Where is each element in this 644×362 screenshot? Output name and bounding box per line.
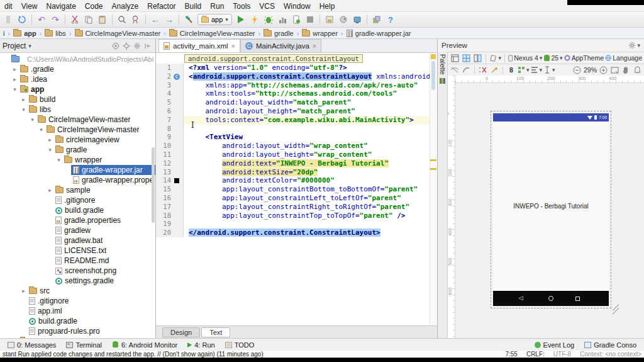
tree-item-circleimageview-master[interactable]: ▾CircleImageView-master [0, 125, 155, 135]
breadcrumb-item-gradle-wrapper-jar[interactable]: gradle-wrapper.jar [345, 30, 413, 37]
instant-run-icon[interactable] [248, 13, 261, 26]
tree-item-gradlew-bat[interactable]: gradlew.bat [0, 235, 155, 246]
pack-icon[interactable]: ▾ [518, 65, 530, 75]
editor-gutter[interactable]: 6 [156, 107, 184, 116]
warning-mark[interactable] [430, 168, 436, 170]
code-line-8[interactable]: 8 [156, 125, 437, 133]
tree-expand-icon[interactable]: ▸ [47, 137, 53, 143]
settings-gear-icon[interactable] [131, 41, 142, 51]
redo-icon[interactable]: ↷ [49, 13, 62, 26]
warning-mark[interactable] [430, 159, 436, 161]
project-scrollbar[interactable] [152, 147, 155, 223]
tree-collapse-icon[interactable]: ▾ [11, 86, 18, 93]
tree-item-gitignore[interactable]: .gitignore [0, 296, 155, 306]
coverage-icon[interactable] [323, 13, 336, 26]
zoom-in-icon[interactable] [598, 65, 608, 75]
design-canvas[interactable]: 0100200300400 0100200300400500600 7:00 I… [448, 76, 644, 338]
run-configuration-select[interactable]: app ▾ [197, 14, 232, 25]
tree-item-license-txt[interactable]: LICENSE.txt [0, 246, 155, 256]
code-text[interactable]: android:layout_height="wrap_content" [184, 150, 437, 159]
tree-item-circleimageview[interactable]: ▸circleimageview [0, 135, 155, 145]
code-line-13[interactable]: 13 android:textSize="20dp" [156, 168, 437, 177]
editor-gutter[interactable]: 18 [156, 212, 184, 220]
tree-item-gradle-wrapper-properties[interactable]: gradle-wrapper.properties [0, 175, 155, 185]
tree-root[interactable]: AbiC:\Users\Wiku\AndroidStudioProjects\A… [0, 54, 155, 64]
code-text[interactable]: android:text="INWEPO - Berbagi Tutorial" [184, 159, 437, 168]
editor-gutter[interactable]: 4 [156, 89, 184, 98]
tree-item-src[interactable]: ▸src [0, 286, 155, 296]
language-select[interactable]: Language [605, 53, 642, 63]
code-line-2[interactable]: 2c<android.support.constraint.Constraint… [156, 72, 437, 81]
tree-expand-icon[interactable]: ▸ [20, 96, 27, 103]
collapse-all-icon[interactable] [110, 41, 121, 51]
sdk-manager-icon[interactable] [370, 13, 383, 26]
default-margin-select[interactable]: 8 [506, 65, 516, 75]
locate-file-icon[interactable] [121, 41, 131, 51]
run-icon[interactable] [235, 13, 247, 26]
tree-item-wrapper[interactable]: ▾wrapper [0, 155, 155, 165]
menu-item-navigate[interactable]: Navigate [42, 1, 80, 12]
stop-icon[interactable] [304, 13, 316, 26]
menu-item-window[interactable]: Window [279, 1, 315, 12]
code-line-10[interactable]: 10 android:layout_width="wrap_content" [156, 142, 437, 150]
debug-icon[interactable] [262, 13, 275, 26]
code-line-14[interactable]: 14 android:textColor="#000000" [156, 176, 437, 185]
code-editor[interactable]: android.support.constraint.ConstraintLay… [156, 53, 437, 325]
code-text[interactable]: app:layout_constraintRight_toRightOf="pa… [184, 203, 437, 212]
editor-gutter[interactable]: 14 [156, 176, 184, 185]
breadcrumb-item-gradle[interactable]: gradle [262, 30, 296, 37]
editor-gutter[interactable]: 20 [156, 229, 184, 237]
zoom-fit-icon[interactable] [609, 65, 619, 75]
color-preview-icon[interactable] [174, 178, 179, 183]
close-icon[interactable]: × [231, 42, 235, 50]
line-separator-widget[interactable]: CRLF: [526, 351, 545, 358]
tree-collapse-icon[interactable]: ▾ [47, 147, 53, 153]
theme-select[interactable]: AppTheme [564, 53, 604, 63]
chevron-down-icon[interactable]: ▾ [28, 43, 31, 49]
clear-constraints-icon[interactable] [478, 65, 488, 75]
orientation-icon[interactable]: ▾ [489, 53, 501, 63]
tree-item-libs[interactable]: ▾libs [0, 105, 155, 115]
code-text[interactable]: android:textSize="20dp" [184, 168, 437, 177]
code-text[interactable]: app:layout_constraintTop_toTopOf="parent… [184, 212, 437, 220]
code-text[interactable]: app:layout_constraintLeft_toLeftOf="pare… [184, 194, 437, 203]
tree-item-app[interactable]: ▾app [0, 84, 155, 94]
blueprint-surface-icon[interactable] [461, 53, 471, 63]
code-line-11[interactable]: 11 android:layout_height="wrap_content" [156, 150, 437, 159]
code-line-9[interactable]: 9 <TextView [156, 133, 437, 142]
code-line-1[interactable]: 1<?xml version="1.0" encoding="utf-8"?> [156, 64, 437, 72]
menu-item-analyze[interactable]: Analyze [108, 1, 143, 12]
back-icon[interactable]: ← [149, 13, 162, 26]
avd-manager-icon[interactable] [351, 13, 364, 26]
menu-item-run[interactable]: Run [206, 1, 228, 12]
code-text[interactable]: <android.support.constraint.ConstraintLa… [184, 72, 437, 81]
code-text[interactable]: </android.support.constraint.ConstraintL… [184, 229, 437, 237]
breadcrumb-item-libs[interactable]: libs [43, 30, 68, 37]
breadcrumb-item-app[interactable]: app [11, 30, 38, 37]
code-line-12[interactable]: 12 android:text="INWEPO - Berbagi Tutori… [156, 159, 437, 168]
attach-debugger-icon[interactable] [290, 13, 303, 26]
tree-item-readme-md[interactable]: README.md [0, 256, 155, 266]
editor-error-stripe[interactable] [430, 53, 437, 325]
gradle-sync-icon[interactable] [337, 13, 350, 26]
code-text[interactable] [184, 220, 437, 229]
copy-icon[interactable] [82, 13, 95, 26]
tree-item-gradlew[interactable]: gradlew [0, 225, 155, 235]
code-line-18[interactable]: 18 app:layout_constraintTop_toTopOf="par… [156, 212, 437, 220]
mode-tab-text[interactable]: Text [201, 327, 230, 337]
device-select[interactable]: Nexus 4▾ [508, 53, 542, 63]
forward-icon[interactable]: → [163, 13, 175, 26]
tree-item-circleimageview-master[interactable]: ▾CircleImageView-master [0, 115, 155, 125]
code-text[interactable]: xmlns:tools="http://schemas.android.com/… [184, 89, 437, 98]
code-text[interactable]: tools:context="com.example.wiku.abi.Main… [184, 116, 437, 125]
code-text[interactable]: app:layout_constraintBottom_toBottomOf="… [184, 185, 437, 194]
sync-icon[interactable] [16, 13, 28, 26]
open-icon[interactable] [2, 13, 14, 26]
tree-item-gradle-wrapper-jar[interactable]: gradle-wrapper.jar [0, 165, 155, 175]
toolwindow-todo[interactable]: TODO [220, 339, 260, 351]
code-text[interactable]: android:layout_width="match_parent" [184, 98, 437, 107]
code-line-4[interactable]: 4 xmlns:tools="http://schemas.android.co… [156, 89, 437, 98]
tree-item-gradle[interactable]: ▾gradle [0, 145, 155, 155]
toolwindow-gradle-conso[interactable]: Gradle Conso [579, 339, 641, 351]
tree-expand-icon[interactable]: ▸ [20, 288, 27, 294]
